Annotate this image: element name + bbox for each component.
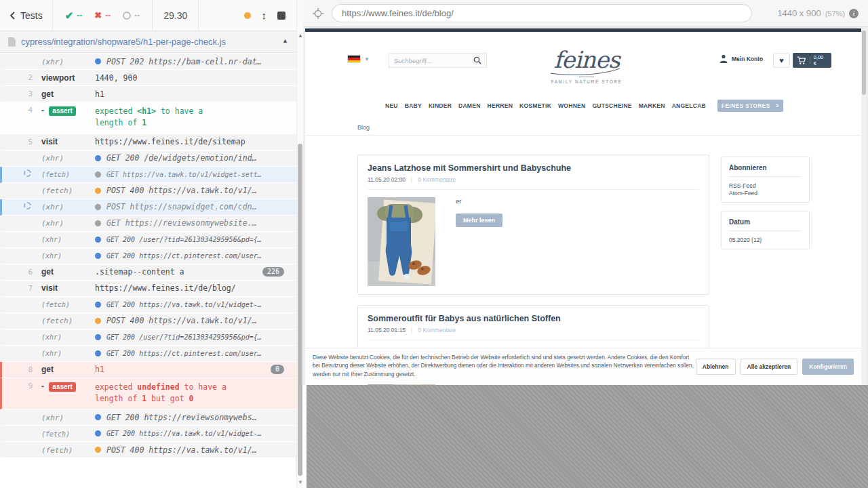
- request-type-label: (fetch): [41, 445, 95, 455]
- nav-item-damen[interactable]: DAMEN: [458, 102, 481, 109]
- search-input[interactable]: [394, 57, 473, 64]
- request-url: POST 400 https://va.tawk.to/v1/…: [106, 445, 257, 455]
- scroll-arrows-icon[interactable]: ↕: [262, 9, 267, 21]
- post-title[interactable]: Sommeroutfit für Babys aus natürlichen S…: [368, 314, 699, 323]
- log-request-row[interactable]: (xhr)GET 200 https://ct.pinterest.com/us…: [0, 248, 296, 264]
- log-request-row[interactable]: (fetch)GET https://va.tawk.to/v1/widget-…: [0, 167, 296, 183]
- heart-icon: ♥: [779, 56, 784, 64]
- cookie-decline-button[interactable]: Ablehnen: [696, 359, 736, 375]
- language-selector[interactable]: ▼: [347, 55, 370, 63]
- nav-item-gutscheine[interactable]: GUTSCHEINE: [592, 102, 631, 109]
- wishlist-button[interactable]: ♥: [773, 53, 790, 68]
- log-row-number: 4: [2, 106, 41, 115]
- selector-playground-icon[interactable]: [313, 8, 323, 19]
- log-command-row[interactable]: 5visithttps://www.feines.it/de/sitemap: [0, 134, 296, 150]
- cart-total: 0,00 €: [814, 54, 827, 66]
- site-scrollbar[interactable]: [861, 28, 867, 385]
- command-message: GET 200 /user/?tid=2613034295956&pd={…: [95, 236, 296, 243]
- info-icon[interactable]: i: [849, 9, 859, 18]
- orange-status-dot-icon: [95, 318, 101, 324]
- url-display[interactable]: https://www.feines.it/de/blog/: [332, 4, 752, 22]
- nav-item-kinder[interactable]: KINDER: [429, 102, 452, 109]
- log-request-row[interactable]: (xhr)GET https://reviewsonmywebsite.…: [0, 216, 296, 232]
- log-request-row[interactable]: (xhr)GET 200 https://reviewsonmywebs…: [0, 409, 296, 426]
- subscribe-card: Abonnieren RSS-FeedAtom-Feed: [721, 157, 810, 203]
- nav-item-wohnen[interactable]: WOHNEN: [558, 102, 585, 109]
- nav-item-kosmetik[interactable]: KOSMETIK: [519, 102, 551, 109]
- post-divider: [368, 340, 699, 340]
- nav-item-marken[interactable]: MARKEN: [639, 102, 665, 109]
- x-icon: ✖: [94, 10, 102, 20]
- gray-status-dot-icon: [95, 204, 101, 210]
- log-request-row[interactable]: (xhr)GET 200 /user/?tid=2613034295956&pd…: [0, 329, 296, 346]
- cookie-accept-all-button[interactable]: Alle akzeptieren: [741, 359, 798, 375]
- cookie-configure-button[interactable]: Konfigurieren: [802, 359, 854, 375]
- back-to-tests-button[interactable]: Tests: [0, 0, 53, 30]
- command-name: - assert: [41, 106, 95, 115]
- request-type-label: (xhr): [41, 154, 64, 163]
- log-command-row[interactable]: 6get.sitemap--content a226: [0, 264, 296, 281]
- log-assert-row[interactable]: 9- assertexpected undefined to have a le…: [0, 378, 296, 410]
- log-request-row[interactable]: (fetch)POST 400 https://va.tawk.to/v1/…: [0, 183, 296, 199]
- cart-button[interactable]: 0,00 €: [793, 53, 831, 68]
- site-scrollbar-thumb[interactable]: [862, 30, 866, 95]
- account-link[interactable]: Mein Konto: [719, 54, 763, 63]
- log-request-row[interactable]: (xhr)POST https://snapwidget.com/cdn…: [0, 199, 296, 216]
- spec-file-path[interactable]: cypress/integration/shopware5/h1-per-pag…: [21, 37, 226, 47]
- log-command-row[interactable]: 8geth10: [0, 362, 296, 378]
- nav-item-baby[interactable]: BABY: [405, 102, 422, 109]
- log-request-row[interactable]: (xhr)GET 200 /user/?tid=2613034295956&pd…: [0, 232, 296, 248]
- log-request-row[interactable]: (fetch)GET 200 https://va.tawk.to/v1/wid…: [0, 426, 296, 442]
- main-nav: NEUBABYKINDERDAMENHERRENKOSMETIKWOHNENGU…: [385, 100, 715, 112]
- stat-passed: ✔ --: [65, 9, 83, 22]
- log-assert-row[interactable]: 4- assertexpected <h1> to have a length …: [0, 102, 296, 134]
- nav-item-angelcab[interactable]: ANGELCAB: [672, 102, 706, 109]
- log-request-row[interactable]: (xhr)GET 200 /de/widgets/emotion/ind…: [0, 150, 296, 167]
- post-title[interactable]: Jeans Latzhose mit Sommershirt und Babys…: [368, 163, 699, 173]
- chevron-right-icon: >: [776, 103, 779, 109]
- reporter-scrollbar[interactable]: ▲ ▼: [296, 0, 303, 488]
- log-command-row[interactable]: 2viewport1440, 900: [0, 70, 296, 86]
- request-url: GET 200 https://reviewsonmywebs…: [106, 413, 257, 422]
- reporter-scrollbar-thumb[interactable]: [298, 144, 302, 476]
- log-command-row[interactable]: 7visithttps://www.feines.it/de/blog/: [0, 281, 296, 297]
- post-date: 11.05.20 01:15: [368, 327, 406, 333]
- german-flag-icon: [347, 55, 361, 63]
- test-stats: ✔ -- ✖ -- --: [53, 0, 153, 30]
- stop-button[interactable]: [277, 12, 285, 20]
- post-comments-link[interactable]: 0 Kommentare: [418, 176, 456, 183]
- feines-stores-button[interactable]: FEINES STORES >: [717, 100, 783, 112]
- request-url: POST 400 https://va.tawk.to/v1/…: [106, 316, 257, 325]
- log-request-row[interactable]: (fetch)POST 400 https://va.tawk.to/v1/…: [0, 442, 296, 458]
- date-title: Datum: [729, 218, 802, 226]
- post-image-flatlay-baby-outfit[interactable]: [368, 197, 435, 286]
- breadcrumb[interactable]: Blog: [357, 124, 370, 131]
- log-row-number: [2, 169, 41, 179]
- log-request-row[interactable]: (xhr)POST 202 https://bam-cell.nr-data.n…: [0, 54, 296, 70]
- log-command-row[interactable]: 3geth1: [0, 86, 296, 102]
- nav-item-neu[interactable]: NEU: [385, 102, 398, 109]
- scrollbar-down-icon[interactable]: ▼: [298, 479, 303, 485]
- log-request-row[interactable]: (fetch)POST 400 https://va.tawk.to/v1/…: [0, 313, 296, 329]
- log-request-row[interactable]: (xhr)GET 200 https://ct.pinterest.com/us…: [0, 346, 296, 362]
- nav-item-herren[interactable]: HERREN: [488, 102, 513, 109]
- scroll-top-arrow-icon[interactable]: ▲: [282, 37, 288, 44]
- log-request-row[interactable]: (fetch)GET 200 https://va.tawk.to/v1/wid…: [0, 297, 296, 313]
- command-name: visit: [41, 283, 95, 293]
- viewport-size: 1440 x 900: [777, 8, 821, 18]
- date-filter-link[interactable]: 05.2020 (12): [729, 237, 802, 243]
- feed-link[interactable]: Atom-Feed: [729, 190, 802, 197]
- command-log: (xhr)POST 202 https://bam-cell.nr-data.n…: [0, 54, 296, 488]
- request-type-label: (xhr): [41, 348, 95, 358]
- assert-badge: assert: [49, 382, 75, 392]
- post-comments-link[interactable]: 0 Kommentare: [418, 327, 456, 333]
- scrollbar-up-icon[interactable]: ▲: [298, 33, 303, 39]
- site-logo[interactable]: feines FAMILY NATURE STORE: [529, 48, 644, 84]
- feed-link[interactable]: RSS-Feed: [729, 182, 802, 190]
- auto-scroll-indicator-icon[interactable]: [244, 12, 251, 19]
- command-name: get: [41, 89, 95, 99]
- user-icon: [719, 54, 728, 63]
- read-more-button[interactable]: Mehr lesen: [456, 214, 502, 227]
- log-row-number: 5: [2, 138, 41, 146]
- search-icon[interactable]: [473, 56, 481, 64]
